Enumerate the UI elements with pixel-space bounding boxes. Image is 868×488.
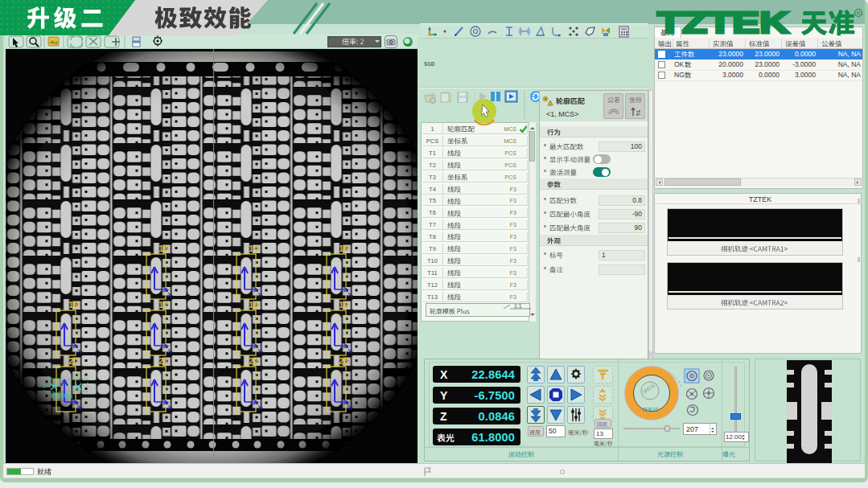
svg-text:17: 17 <box>158 300 168 310</box>
svg-text:R: R <box>857 10 861 16</box>
svg-text:22: 22 <box>249 356 258 366</box>
svg-text:16: 16 <box>68 300 78 310</box>
svg-text:19: 19 <box>339 300 348 310</box>
svg-text:TZTEK: TZTEK <box>657 6 789 38</box>
svg-text:23: 23 <box>339 356 348 366</box>
svg-text:15: 15 <box>339 244 348 253</box>
svg-text:20: 20 <box>68 356 78 366</box>
svg-text:21: 21 <box>158 356 168 366</box>
svg-text:1:1: 1:1 <box>514 303 522 309</box>
svg-text:14: 14 <box>249 244 259 253</box>
svg-text:13: 13 <box>158 244 168 253</box>
svg-text:18: 18 <box>249 300 258 310</box>
